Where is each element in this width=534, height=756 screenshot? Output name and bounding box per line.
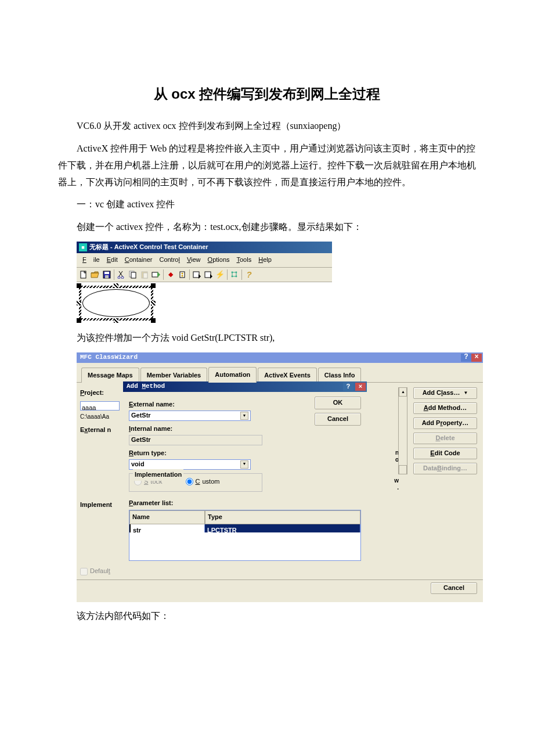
tb-insert-control-icon[interactable]: [150, 269, 162, 280]
atc-toolbar: ◆ ⚡ ?: [77, 268, 332, 282]
menu-file[interactable]: File: [79, 254, 103, 266]
atc-menubar: File Edit Container Control View Options…: [77, 253, 332, 268]
default-checkbox-row: Default: [77, 563, 483, 579]
edit-code-button[interactable]: Edit Code: [413, 448, 477, 459]
para-1: VC6.0 从开发 activex ocx 控件到发布到网上全过程（sunxia…: [58, 118, 476, 135]
tb-record-icon[interactable]: ◆: [165, 269, 176, 280]
svg-point-12: [182, 272, 183, 274]
add-method-dialog: Add Method ? × External name: GetStr: [123, 381, 367, 497]
menu-help[interactable]: Help: [255, 254, 275, 266]
data-binding-button: Data Binding…: [413, 463, 477, 474]
tb-macro2-icon[interactable]: [203, 269, 214, 280]
classwizard-window: MFC ClassWizard ? × Message Maps Member …: [77, 352, 483, 602]
lbl-external-name: External name:: [129, 399, 308, 411]
tb-new-icon[interactable]: [78, 269, 89, 280]
am-cancel-button[interactable]: Cancel: [315, 413, 361, 426]
am-title: Add Method: [127, 381, 165, 393]
tb-help-icon[interactable]: ?: [243, 269, 255, 280]
app-icon: ■: [79, 243, 87, 251]
para-3: 一：vc 创建 activex 控件: [58, 196, 476, 213]
menu-options[interactable]: Options: [204, 254, 233, 266]
tb-cut-icon[interactable]: [116, 269, 127, 280]
default-label: Default: [90, 566, 110, 577]
project-value[interactable]: aaaa: [80, 401, 120, 411]
tb-macro1-icon[interactable]: [191, 269, 203, 280]
tab-message-maps[interactable]: Message Maps: [81, 368, 139, 383]
menu-container[interactable]: Container: [121, 254, 156, 266]
stray-text: .: [397, 483, 399, 493]
parameter-table[interactable]: Name Type str LPCTSTR: [129, 510, 361, 561]
add-property-button[interactable]: Add Property…: [413, 417, 477, 429]
chevron-down-icon[interactable]: ▼: [240, 412, 248, 420]
internal-name-display: GetStr: [129, 435, 262, 445]
col-type[interactable]: Type: [205, 510, 360, 524]
doc-title: 从 ocx 控件编写到发布到网上全过程: [58, 81, 476, 106]
tb-open-icon[interactable]: [89, 269, 101, 280]
am-ok-button[interactable]: OK: [315, 397, 361, 409]
tb-bolt-icon[interactable]: ⚡: [214, 269, 226, 280]
svg-point-5: [121, 276, 124, 279]
cw-help-icon[interactable]: ?: [461, 354, 471, 362]
atc-titlebar: ■ 无标题 - ActiveX Control Test Container: [77, 242, 332, 253]
cw-close-icon[interactable]: ×: [471, 354, 482, 362]
control-ellipse-icon: [82, 289, 150, 317]
cw-title: MFC ClassWizard: [80, 352, 138, 363]
svg-rect-10: [152, 272, 158, 277]
tb-copy-icon[interactable]: [127, 269, 139, 280]
tab-member-variables[interactable]: Member Variables: [140, 368, 208, 383]
am-close-icon[interactable]: ×: [355, 383, 366, 391]
para-4: 创建一个 activex 控件，名称为：test.ocx,创建步骤略。显示结果如…: [58, 219, 476, 236]
project-label: Project:: [80, 387, 120, 399]
project-path: C:\aaaa\Aa: [80, 412, 120, 422]
lbl-implementation: Implementation: [133, 469, 183, 481]
lbl-return-type: Return type:: [129, 448, 308, 459]
am-help-icon[interactable]: ?: [343, 383, 353, 391]
implement-label: Implement: [77, 499, 123, 563]
add-class-button[interactable]: Add Class…▼: [413, 387, 477, 399]
tb-properties-icon[interactable]: [176, 269, 188, 280]
svg-rect-9: [143, 273, 147, 278]
svg-rect-15: [205, 272, 211, 278]
external-name-input[interactable]: GetStr ▼: [129, 411, 251, 421]
para-5: 为该控件增加一个方法 void GetStr(LPCTSTR str),: [58, 330, 476, 347]
svg-point-13: [182, 275, 183, 276]
menu-edit[interactable]: Edit: [103, 254, 121, 266]
return-type-select[interactable]: void ▼: [129, 459, 251, 470]
tb-grid-icon[interactable]: [229, 269, 240, 280]
tb-paste-icon[interactable]: [139, 269, 150, 280]
param-type-cell[interactable]: LPCTSTR: [205, 524, 360, 532]
external-names-label: External n: [80, 424, 120, 436]
radio-custom[interactable]: Custom: [186, 476, 220, 488]
listbox-scrollbar[interactable]: ▲ ▼: [398, 387, 407, 474]
chevron-down-icon[interactable]: ▼: [240, 460, 248, 469]
implementation-group: Implementation Stock Custom: [129, 473, 262, 492]
inserted-control[interactable]: [78, 285, 154, 322]
tb-save-icon[interactable]: [101, 269, 113, 280]
activex-test-container-window: ■ 无标题 - ActiveX Control Test Container F…: [77, 242, 332, 324]
cw-side-buttons: Add Class…▼ Add Method… Add Property… De…: [407, 383, 483, 563]
atc-canvas[interactable]: [77, 282, 332, 324]
cw-titlebar: MFC ClassWizard ? ×: [77, 352, 483, 363]
col-name[interactable]: Name: [129, 510, 205, 524]
menu-tools[interactable]: Tools: [233, 254, 255, 266]
tab-automation[interactable]: Automation: [208, 367, 257, 383]
svg-rect-7: [131, 272, 136, 278]
para-2: ActiveX 控件用于 Web 的过程是将控件嵌入主页中，用户通过浏览器访问该…: [58, 141, 476, 190]
am-titlebar: Add Method ? ×: [123, 381, 367, 392]
lbl-parameter-list: Parameter list:: [129, 498, 394, 509]
param-name-cell[interactable]: str: [129, 524, 205, 532]
para-6: 该方法内部代码如下：: [58, 608, 476, 625]
tab-activex-events[interactable]: ActiveX Events: [258, 368, 316, 383]
lbl-internal-name: Internal name:: [129, 423, 308, 435]
cw-tabs: Message Maps Member Variables Automation…: [77, 363, 483, 383]
svg-rect-3: [105, 275, 109, 278]
table-row[interactable]: str LPCTSTR: [129, 524, 360, 532]
atc-title: 无标题 - ActiveX Control Test Container: [89, 242, 208, 253]
add-method-button[interactable]: Add Method…: [413, 402, 477, 414]
svg-rect-2: [104, 272, 109, 274]
menu-control[interactable]: Control: [156, 254, 183, 266]
menu-view[interactable]: View: [183, 254, 204, 266]
delete-button: Delete: [413, 433, 477, 444]
cw-cancel-button[interactable]: Cancel: [431, 582, 477, 594]
tab-class-info[interactable]: Class Info: [318, 368, 362, 383]
